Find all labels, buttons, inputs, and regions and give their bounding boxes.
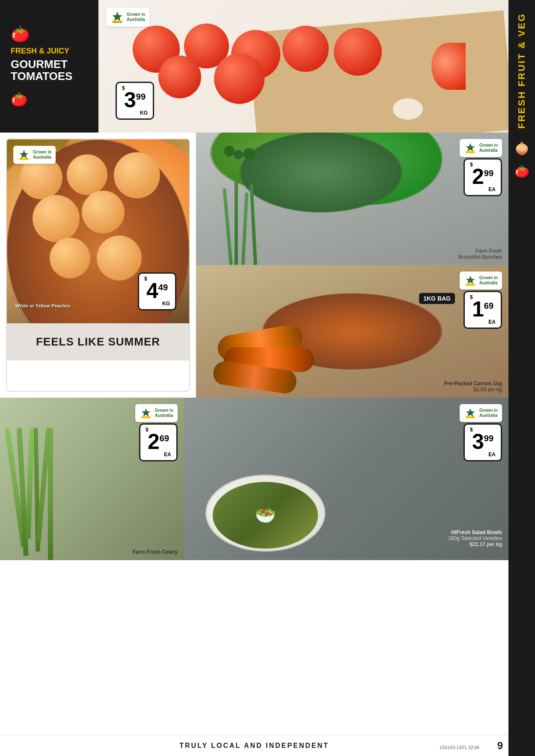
stalk-4 [250,184,257,265]
peach-6 [50,238,90,278]
sidebar: FRESH FRUIT & VEG 🧅 🍅 [508,0,535,756]
feels-like-summer-text: FEELS LIKE SUMMER [36,335,160,348]
svg-text:★★★★★: ★★★★★ [113,21,122,24]
carrots-section: Grown in Australia 1KG BAG $ [196,265,508,398]
aus-logo-salad [464,407,477,419]
aus-logo-broc [464,142,477,154]
cutting-board [248,10,508,133]
aus-logo-carrot [464,274,477,287]
broc-stalks [217,146,346,265]
page-number: 9 [497,740,503,752]
broc-head-1 [224,146,235,157]
salad-contents: 🥗 [213,482,318,549]
celery-price: $ 2 69 EA [139,423,178,461]
tomato-icon: 🍅 [514,164,529,178]
page-layout: FRESH FRUIT & VEG 🧅 🍅 🍅 FRESH & JUICY GO… [0,0,535,756]
flour-bowl [393,98,423,120]
footer-bar: TRULY LOCAL AND INDEPENDENT [0,735,508,756]
peach-description: White or Yellow Peaches [15,303,71,308]
aus-badge-text-hero: Grown in Australia [127,12,145,22]
onion-icon: 🧅 [514,142,529,156]
svg-rect-12 [465,284,475,286]
hero-left-panel: 🍅 FRESH & JUICY GOURMET TOMATOES 🍅 [0,0,98,133]
celery-section: Grown in Australia $ 2 69 EA [0,398,184,560]
hero-fresh-label: FRESH & JUICY [11,47,69,56]
svg-rect-9 [465,151,475,154]
aus-logo-peach [18,148,30,161]
sidebar-icons: 🧅 🍅 [514,142,529,178]
celery-grown-badge: Grown in Australia [135,404,178,422]
footer-text: TRULY LOCAL AND INDEPENDENT [179,742,329,750]
hero-tomato-bottom-icon: 🍅 [11,91,28,107]
middle-section: Grown in Australia $ 4 49 [0,133,508,398]
svg-rect-18 [465,416,475,419]
celery-name: Farm Fresh Celery [133,549,178,555]
peach-5 [82,191,125,233]
tomato-5 [334,28,382,76]
doc-code: 150169.1501.32VA [440,745,479,750]
stalk-2 [235,180,238,265]
carrot-art [217,330,314,389]
broccolini-name: Farm Fresh Broccolini Bunches [458,248,502,260]
price-amount-row: 3 99 [124,91,146,110]
broccolini-price: $ 2 99 EA [464,158,502,196]
salad-grown-badge: Grown in Australia [460,404,502,422]
peaches-section: Grown in Australia $ 4 49 [6,139,190,392]
stalk-3 [241,192,249,265]
hero-product-name: GOURMET TOMATOES [11,58,72,83]
broccolini-section: Grown in Australia $ 2 99 [196,133,508,265]
bottom-section: Grown in Australia $ 2 69 EA [0,398,508,560]
peach-image: Grown in Australia $ 4 49 [7,139,189,323]
salad-bowl-art: 🥗 [205,475,325,552]
tomato-7 [214,53,265,104]
carrots-grown-badge: Grown in Australia [460,272,502,289]
peach-price: $ 4 49 KG [138,272,176,310]
tomato-half-1 [431,43,466,90]
salad-info: HiFresh Salad Bowls 180g Selected Variet… [448,529,502,547]
carrots-name: Pre-Packed Carrots 1kg $1.69 per kg [444,381,502,393]
main-content: 🍅 FRESH & JUICY GOURMET TOMATOES 🍅 [0,0,508,756]
aus-logo-hero: ★★★★★ [110,10,124,24]
stalk-1 [223,188,233,265]
tomato-6 [158,56,201,98]
hero-section: 🍅 FRESH & JUICY GOURMET TOMATOES 🍅 [0,0,508,133]
peach-4 [33,195,80,242]
carrots-price: $ 1 69 EA [464,291,502,329]
hero-grown-badge: ★★★★★ Grown in Australia [106,8,149,27]
salad-price: $ 3 99 EA [464,423,502,461]
salad-emoji: 🥗 [255,505,276,525]
bag-label: 1KG BAG [419,293,455,304]
peach-3 [114,152,160,198]
peach-7 [97,236,142,281]
hero-tomato-top-icon: 🍅 [11,25,30,43]
tomatoes-image [98,0,508,133]
salad-section: 🥗 Grown in Australia [184,398,508,560]
peach-grown-badge: Grown in Australia [13,146,56,164]
feels-like-summer-section: FEELS LIKE SUMMER [7,323,189,360]
celery-art [13,428,53,560]
bowl: 🥗 [205,475,325,552]
broc-head-3 [243,148,255,160]
peach-2 [67,154,107,195]
svg-rect-6 [19,158,29,160]
sidebar-title: FRESH FRUIT & VEG [516,13,527,129]
broccolini-grown-badge: Grown in Australia [460,139,502,157]
broc-head-2 [234,150,243,159]
aus-badge-hero: ★★★★★ Grown in Australia [106,8,149,27]
middle-right-section: Grown in Australia $ 2 99 [196,133,508,398]
tomato-price-tag: $ 3 99 KG [116,82,154,120]
hero-price-badge: $ 3 99 KG [116,82,154,120]
svg-rect-15 [141,416,151,419]
hero-image-area: ★★★★★ Grown in Australia $ 3 9 [98,0,508,133]
aus-logo-celery [140,407,152,419]
celery-stalk-3 [25,428,34,539]
tomato-4 [282,26,329,72]
